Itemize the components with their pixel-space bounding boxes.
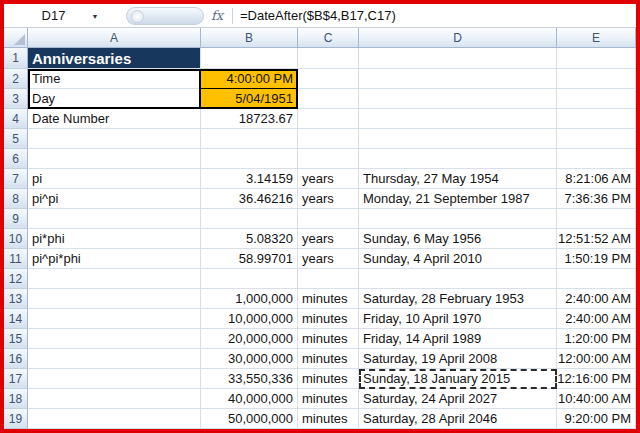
select-all-corner[interactable] bbox=[4, 28, 28, 48]
cell-C6[interactable] bbox=[298, 149, 359, 169]
cell-E2[interactable] bbox=[557, 69, 636, 89]
row-header-4[interactable]: 4 bbox=[4, 109, 28, 129]
formula-input[interactable]: =DateAfter($B$4,B17,C17) bbox=[235, 8, 636, 23]
cell-B16[interactable]: 30,000,000 bbox=[201, 349, 298, 369]
cell-B11[interactable]: 58.99701 bbox=[201, 249, 298, 269]
cell-A3[interactable]: Day bbox=[28, 89, 201, 109]
row-header-14[interactable]: 14 bbox=[4, 309, 28, 329]
cell-B6[interactable] bbox=[201, 149, 298, 169]
cell-A9[interactable] bbox=[28, 209, 201, 229]
cell-D4[interactable] bbox=[359, 109, 557, 129]
cell-D8[interactable]: Monday, 21 September 1987 bbox=[359, 189, 557, 209]
row-header-17[interactable]: 17 bbox=[4, 369, 28, 389]
row-header-16[interactable]: 16 bbox=[4, 349, 28, 369]
cell-A11[interactable]: pi^pi*phi bbox=[28, 249, 201, 269]
row-header-8[interactable]: 8 bbox=[4, 189, 28, 209]
cell-B4[interactable]: 18723.67 bbox=[201, 109, 298, 129]
cell-D11[interactable]: Sunday, 4 April 2010 bbox=[359, 249, 557, 269]
cell-C11[interactable]: years bbox=[298, 249, 359, 269]
column-header-E[interactable]: E bbox=[557, 28, 636, 48]
cell-B15[interactable]: 20,000,000 bbox=[201, 329, 298, 349]
cell-E4[interactable] bbox=[557, 109, 636, 129]
column-header-D[interactable]: D bbox=[359, 28, 557, 48]
row-header-18[interactable]: 18 bbox=[4, 389, 28, 409]
row-header-2[interactable]: 2 bbox=[4, 69, 28, 89]
cell-A2[interactable]: Time bbox=[28, 69, 201, 89]
cell-E5[interactable] bbox=[557, 129, 636, 149]
insert-function-button[interactable]: fx bbox=[204, 4, 230, 27]
cell-E9[interactable] bbox=[557, 209, 636, 229]
name-box[interactable]: D17 ▼ bbox=[4, 4, 122, 27]
cell-C4[interactable] bbox=[298, 109, 359, 129]
cell-B19[interactable]: 50,000,000 bbox=[201, 409, 298, 429]
cell-D6[interactable] bbox=[359, 149, 557, 169]
row-header-9[interactable]: 9 bbox=[4, 209, 28, 229]
cell-E6[interactable] bbox=[557, 149, 636, 169]
cell-D5[interactable] bbox=[359, 129, 557, 149]
row-header-1[interactable]: 1 bbox=[4, 48, 28, 69]
cell-B9[interactable] bbox=[201, 209, 298, 229]
cell-C15[interactable]: minutes bbox=[298, 329, 359, 349]
cell-A13[interactable] bbox=[28, 289, 201, 309]
row-header-11[interactable]: 11 bbox=[4, 249, 28, 269]
cell-D2[interactable] bbox=[359, 69, 557, 89]
cell-A5[interactable] bbox=[28, 129, 201, 149]
cell-A12[interactable] bbox=[28, 269, 201, 289]
cell-E8[interactable]: 7:36:36 PM bbox=[557, 189, 636, 209]
cell-C12[interactable] bbox=[298, 269, 359, 289]
cell-C18[interactable]: minutes bbox=[298, 389, 359, 409]
name-box-dropdown-icon[interactable]: ▼ bbox=[91, 13, 98, 20]
row-header-12[interactable]: 12 bbox=[4, 269, 28, 289]
cell-D17[interactable]: Sunday, 18 January 2015 bbox=[359, 369, 557, 389]
cell-D12[interactable] bbox=[359, 269, 557, 289]
column-header-C[interactable]: C bbox=[298, 28, 359, 48]
cell-A16[interactable] bbox=[28, 349, 201, 369]
cell-D18[interactable]: Saturday, 24 April 2027 bbox=[359, 389, 557, 409]
cell-B14[interactable]: 10,000,000 bbox=[201, 309, 298, 329]
cell-B7[interactable]: 3.14159 bbox=[201, 169, 298, 189]
cell-A14[interactable] bbox=[28, 309, 201, 329]
cell-D10[interactable]: Sunday, 6 May 1956 bbox=[359, 229, 557, 249]
cell-D3[interactable] bbox=[359, 89, 557, 109]
cell-B13[interactable]: 1,000,000 bbox=[201, 289, 298, 309]
column-header-A[interactable]: A bbox=[28, 28, 201, 48]
cell-A15[interactable] bbox=[28, 329, 201, 349]
cell-C7[interactable]: years bbox=[298, 169, 359, 189]
cell-A8[interactable]: pi^pi bbox=[28, 189, 201, 209]
cell-C3[interactable] bbox=[298, 89, 359, 109]
row-header-10[interactable]: 10 bbox=[4, 229, 28, 249]
cell-E15[interactable]: 1:20:00 PM bbox=[557, 329, 636, 349]
cell-C19[interactable]: minutes bbox=[298, 409, 359, 429]
cell-E18[interactable]: 10:40:00 AM bbox=[557, 389, 636, 409]
cell-D13[interactable]: Saturday, 28 February 1953 bbox=[359, 289, 557, 309]
cell-A4[interactable]: Date Number bbox=[28, 109, 201, 129]
cell-E10[interactable]: 12:51:52 AM bbox=[557, 229, 636, 249]
cell-B2[interactable]: 4:00:00 PM bbox=[201, 69, 298, 89]
cell-C10[interactable]: years bbox=[298, 229, 359, 249]
cell-B3[interactable]: 5/04/1951 bbox=[201, 89, 298, 109]
cell-C5[interactable] bbox=[298, 129, 359, 149]
row-header-6[interactable]: 6 bbox=[4, 149, 28, 169]
cell-E13[interactable]: 2:40:00 AM bbox=[557, 289, 636, 309]
cell-B8[interactable]: 36.46216 bbox=[201, 189, 298, 209]
cell-E11[interactable]: 1:50:19 PM bbox=[557, 249, 636, 269]
column-header-B[interactable]: B bbox=[201, 28, 298, 48]
cell-D19[interactable]: Saturday, 28 April 2046 bbox=[359, 409, 557, 429]
cell-E19[interactable]: 9:20:00 PM bbox=[557, 409, 636, 429]
cell-B5[interactable] bbox=[201, 129, 298, 149]
cell-A1[interactable]: Anniversaries bbox=[28, 48, 201, 69]
cell-E17[interactable]: 12:16:00 PM bbox=[557, 369, 636, 389]
row-header-5[interactable]: 5 bbox=[4, 129, 28, 149]
cell-E3[interactable] bbox=[557, 89, 636, 109]
cell-C17[interactable]: minutes bbox=[298, 369, 359, 389]
row-header-7[interactable]: 7 bbox=[4, 169, 28, 189]
cell-E14[interactable]: 2:40:00 AM bbox=[557, 309, 636, 329]
row-header-3[interactable]: 3 bbox=[4, 89, 28, 109]
row-header-15[interactable]: 15 bbox=[4, 329, 28, 349]
cell-B18[interactable]: 40,000,000 bbox=[201, 389, 298, 409]
cell-A19[interactable] bbox=[28, 409, 201, 429]
cell-C9[interactable] bbox=[298, 209, 359, 229]
cell-C16[interactable]: minutes bbox=[298, 349, 359, 369]
cell-E1[interactable] bbox=[557, 48, 636, 69]
cell-A7[interactable]: pi bbox=[28, 169, 201, 189]
